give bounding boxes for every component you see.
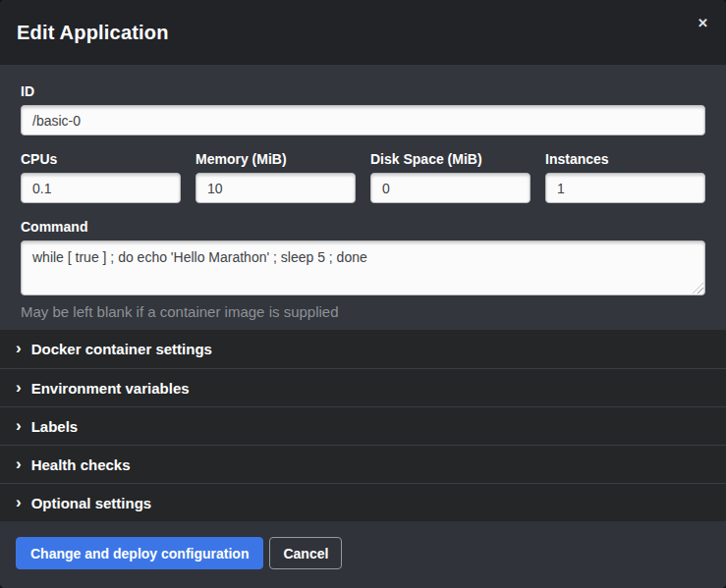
chevron-right-icon: ›	[16, 340, 22, 356]
edit-application-modal: Edit Application ✕ ID CPUs Memory (MiB) …	[0, 0, 726, 588]
modal-title: Edit Application	[17, 22, 169, 44]
modal-footer: Change and deploy configuration Cancel	[0, 521, 726, 588]
cpus-field-group: CPUs	[21, 152, 181, 203]
section-environment-variables[interactable]: › Environment variables	[0, 368, 726, 406]
memory-input[interactable]	[195, 173, 356, 203]
close-icon[interactable]: ✕	[694, 13, 712, 33]
change-and-deploy-button[interactable]: Change and deploy configuration	[16, 537, 263, 569]
modal-header: Edit Application ✕	[0, 0, 726, 65]
instances-field-group: Instances	[545, 152, 705, 203]
section-docker-container-settings[interactable]: › Docker container settings	[0, 330, 726, 368]
section-label: Health checks	[31, 456, 131, 473]
chevron-right-icon: ›	[16, 379, 22, 396]
chevron-right-icon: ›	[16, 417, 22, 434]
instances-label: Instances	[545, 152, 705, 166]
command-textarea-wrap: while [ true ] ; do echo 'Hello Marathon…	[21, 241, 705, 295]
id-label: ID	[21, 84, 705, 98]
cpus-input[interactable]	[21, 173, 181, 203]
command-help-text: May be left blank if a container image i…	[21, 303, 705, 321]
id-input[interactable]	[21, 105, 705, 135]
section-labels[interactable]: › Labels	[0, 406, 726, 445]
cpus-label: CPUs	[21, 152, 181, 166]
chevron-right-icon: ›	[16, 494, 22, 510]
section-label: Labels	[31, 418, 79, 435]
command-label: Command	[21, 220, 705, 234]
cancel-button[interactable]: Cancel	[269, 537, 342, 569]
section-label: Environment variables	[31, 380, 190, 397]
instances-input[interactable]	[545, 173, 705, 203]
section-label: Docker container settings	[31, 341, 212, 357]
command-textarea[interactable]: while [ true ] ; do echo 'Hello Marathon…	[21, 241, 705, 295]
disk-label: Disk Space (MiB)	[370, 152, 531, 166]
edit-application-form: ID CPUs Memory (MiB) Disk Space (MiB) In…	[0, 65, 726, 330]
section-health-checks[interactable]: › Health checks	[0, 445, 726, 483]
section-optional-settings[interactable]: › Optional settings	[0, 483, 726, 521]
collapsible-sections: › Docker container settings › Environmen…	[0, 330, 726, 521]
id-field-group: ID	[21, 84, 705, 135]
disk-input[interactable]	[370, 173, 531, 203]
memory-label: Memory (MiB)	[195, 152, 356, 166]
chevron-right-icon: ›	[16, 455, 22, 472]
memory-field-group: Memory (MiB)	[195, 152, 356, 203]
resources-row: CPUs Memory (MiB) Disk Space (MiB) Insta…	[21, 152, 705, 203]
disk-field-group: Disk Space (MiB)	[370, 152, 531, 203]
section-label: Optional settings	[31, 495, 152, 511]
command-field-group: Command while [ true ] ; do echo 'Hello …	[21, 220, 705, 321]
